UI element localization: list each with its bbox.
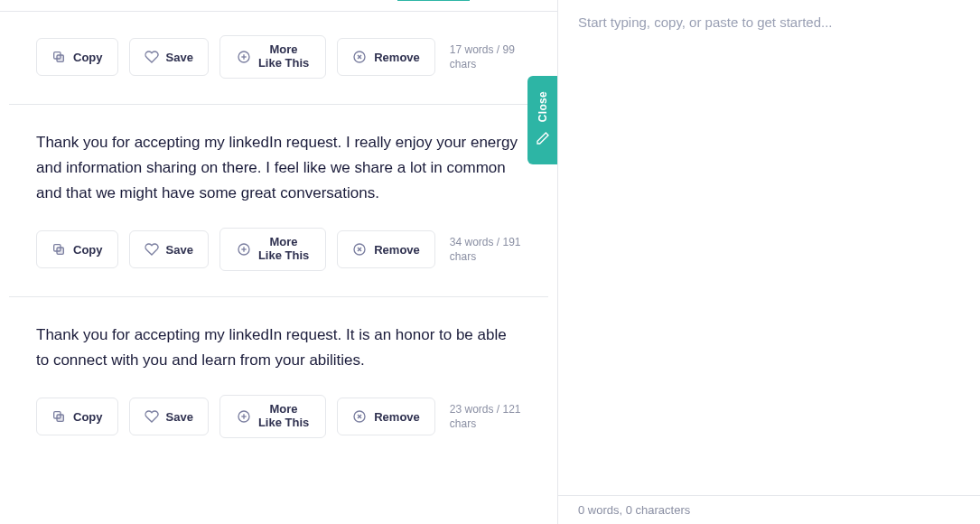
- result-card: Thank you for accepting my linkedIn requ…: [9, 105, 548, 297]
- card-actions: Copy Save More Like T: [36, 228, 521, 271]
- remove-circle-icon: [352, 242, 367, 257]
- results-list: Copy Save More Like T: [0, 12, 557, 463]
- remove-circle-icon: [352, 409, 367, 424]
- save-label: Save: [166, 243, 193, 257]
- copy-button[interactable]: Copy: [36, 398, 118, 435]
- remove-button[interactable]: Remove: [337, 398, 435, 435]
- save-label: Save: [166, 410, 193, 424]
- card-stats: 23 words / 121 chars: [450, 402, 521, 431]
- save-button[interactable]: Save: [129, 38, 209, 76]
- result-card: Thank you for accepting my linkedIn requ…: [9, 297, 548, 463]
- page-title: Thank You Note: [9, 0, 104, 2]
- copy-label: Copy: [73, 51, 103, 64]
- copy-icon: [51, 409, 66, 424]
- editor-textarea[interactable]: Start typing, copy, or paste to get star…: [558, 0, 980, 495]
- plus-circle-icon: [237, 242, 251, 257]
- result-text: Thank you for accepting my linkedIn requ…: [36, 323, 521, 373]
- save-label: Save: [166, 51, 193, 64]
- pencil-icon: [536, 131, 550, 149]
- active-tab-indicator: [397, 0, 470, 1]
- remove-label: Remove: [374, 51, 420, 64]
- card-stats: 34 words / 191 chars: [450, 235, 521, 264]
- heart-icon: [145, 242, 159, 257]
- copy-icon: [51, 50, 66, 64]
- remove-label: Remove: [374, 410, 420, 424]
- copy-button[interactable]: Copy: [36, 38, 118, 76]
- close-panel-tab[interactable]: Close: [527, 76, 558, 164]
- more-like-this-button[interactable]: More Like This: [219, 395, 326, 438]
- more-like-this-label: More Like This: [258, 236, 309, 263]
- plus-circle-icon: [237, 409, 251, 424]
- remove-button[interactable]: Remove: [337, 230, 435, 268]
- heart-icon: [145, 50, 159, 64]
- heart-icon: [145, 409, 159, 424]
- card-stats: 17 words / 99 chars: [450, 42, 521, 71]
- copy-icon: [51, 242, 66, 257]
- result-card: Copy Save More Like T: [9, 12, 548, 105]
- save-button[interactable]: Save: [129, 398, 209, 435]
- editor-status: 0 words, 0 characters: [558, 495, 980, 524]
- more-like-this-button[interactable]: More Like This: [219, 228, 326, 271]
- remove-circle-icon: [352, 50, 367, 64]
- editor-placeholder: Start typing, copy, or paste to get star…: [578, 14, 960, 30]
- copy-label: Copy: [73, 410, 103, 424]
- more-like-this-label: More Like This: [258, 403, 309, 430]
- card-actions: Copy Save More Like T: [36, 395, 521, 438]
- more-like-this-button[interactable]: More Like This: [219, 35, 326, 79]
- remove-button[interactable]: Remove: [337, 38, 435, 76]
- copy-button[interactable]: Copy: [36, 230, 118, 268]
- remove-label: Remove: [374, 243, 420, 257]
- header-bar: Thank You Note: [0, 0, 557, 12]
- more-like-this-label: More Like This: [258, 43, 309, 70]
- card-actions: Copy Save More Like T: [36, 35, 521, 79]
- close-tab-label: Close: [537, 91, 549, 122]
- results-panel: Thank You Note Copy: [0, 0, 558, 524]
- result-text: Thank you for accepting my linkedIn requ…: [36, 130, 521, 206]
- editor-panel: Start typing, copy, or paste to get star…: [558, 0, 980, 524]
- plus-circle-icon: [237, 50, 251, 64]
- copy-label: Copy: [73, 243, 103, 257]
- save-button[interactable]: Save: [129, 230, 209, 268]
